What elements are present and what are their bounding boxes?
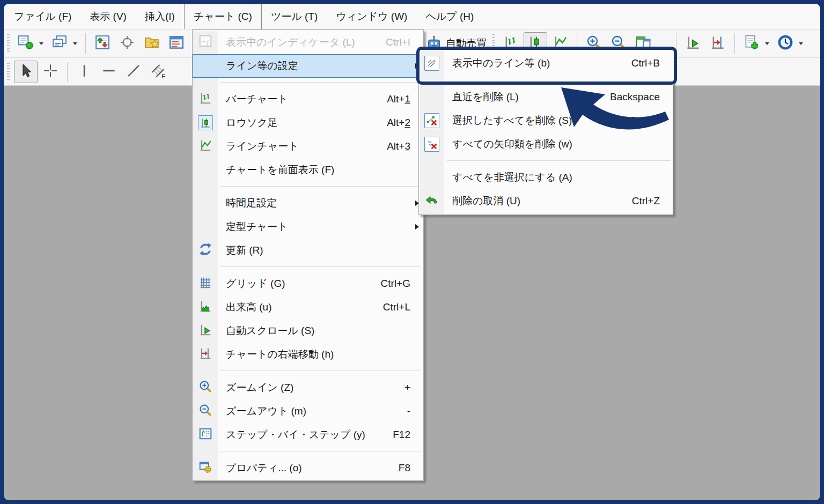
menubar-item-help[interactable]: ヘルプ (H) bbox=[416, 4, 483, 29]
volume-icon bbox=[198, 299, 212, 316]
objects-list-icon bbox=[424, 56, 439, 71]
menu-separator bbox=[193, 78, 423, 87]
trendline-button[interactable] bbox=[122, 61, 145, 83]
menu-item-icon-cell bbox=[193, 299, 218, 316]
periods-button[interactable] bbox=[774, 32, 797, 55]
menu-item-step-by-step[interactable]: ステップ・バイ・ステップ (y)F12 bbox=[193, 423, 423, 447]
menu-item-shortcut: Alt+2 bbox=[387, 117, 410, 129]
menubar-item-file[interactable]: ファイル (F) bbox=[5, 4, 80, 29]
navigator-button[interactable] bbox=[140, 32, 164, 55]
menu-item-zoom-in[interactable]: ズームイン (Z)+ bbox=[193, 376, 423, 399]
cursor-icon bbox=[18, 63, 34, 81]
crosshair-button[interactable] bbox=[39, 61, 62, 83]
terminal-button[interactable] bbox=[165, 32, 188, 55]
menu-item-shortcut: F12 bbox=[393, 429, 410, 441]
menu-item-zoom-out[interactable]: ズームアウト (m)- bbox=[193, 399, 423, 423]
menu-item-icon-cell bbox=[193, 91, 218, 108]
toolbar-separator bbox=[676, 33, 676, 54]
equidistant-channel-button[interactable]: E bbox=[146, 61, 170, 83]
menu-item-label: 自動スクロール (S) bbox=[226, 324, 423, 338]
menu-item-label: 表示中のインディケータ (L) bbox=[226, 35, 386, 49]
menu-item-volumes[interactable]: 出来高 (u)Ctrl+L bbox=[193, 295, 423, 319]
chart-shift-button[interactable] bbox=[706, 32, 730, 55]
menu-item-properties[interactable]: プロパティ... (o)F8 bbox=[193, 456, 423, 480]
menu-item-grid[interactable]: グリッド (G)Ctrl+G bbox=[193, 272, 423, 295]
toolbar-grip[interactable] bbox=[7, 34, 10, 53]
menubar-item-chart[interactable]: チャート (C) bbox=[184, 4, 262, 29]
menu-item-icon-cell bbox=[419, 193, 444, 210]
submenu-item-objects-list[interactable]: 表示中のライン等 (b)Ctrl+B bbox=[419, 51, 673, 75]
menu-item-shortcut: Ctrl+I bbox=[386, 36, 410, 48]
menu-item-timeframes[interactable]: 時間足設定 bbox=[193, 191, 423, 215]
menu-item-shortcut: Alt+3 bbox=[387, 140, 410, 152]
menu-item-label: プロパティ... (o) bbox=[226, 461, 399, 475]
cursor-button[interactable] bbox=[14, 61, 38, 83]
menubar-item-insert[interactable]: 挿入(I) bbox=[136, 4, 184, 29]
submenu-item-unselect-all[interactable]: すべてを非選択にする (A) bbox=[419, 166, 673, 189]
toolbar-separator bbox=[734, 33, 735, 54]
submenu-item-undo-delete[interactable]: 削除の取消 (U)Ctrl+Z bbox=[419, 189, 673, 213]
menu-item-line-settings[interactable]: ライン等の設定 bbox=[193, 54, 423, 78]
menu-item-icon-cell bbox=[193, 346, 218, 363]
step-by-step-icon bbox=[198, 427, 212, 443]
menu-separator bbox=[419, 156, 673, 166]
undo-icon bbox=[425, 193, 439, 210]
menu-item-auto-scroll[interactable]: 自動スクロール (S) bbox=[193, 319, 423, 343]
menu-item-refresh[interactable]: 更新 (R) bbox=[193, 239, 423, 262]
menu-item-chart-foreground[interactable]: チャートを前面表示 (F) bbox=[193, 158, 423, 182]
menu-item-candlesticks[interactable]: ロウソク足Alt+2 bbox=[193, 111, 423, 135]
menu-item-chart-shift[interactable]: チャートの右端移動 (h) bbox=[193, 343, 423, 366]
menu-bar: ファイル (F)表示 (V)挿入(I)チャート (C)ツール (T)ウィンドウ … bbox=[4, 4, 820, 29]
menubar-item-window[interactable]: ウィンドウ (W) bbox=[327, 4, 416, 29]
dropdown-caret-icon[interactable] bbox=[73, 42, 77, 45]
menu-item-shortcut: Ctrl+B bbox=[631, 57, 660, 69]
chart-profiles-button[interactable] bbox=[48, 32, 71, 55]
bar-chart-icon bbox=[198, 91, 212, 108]
menu-item-label: グリッド (G) bbox=[226, 277, 381, 291]
menu-item-shortcut: Ctrl+L bbox=[383, 301, 410, 313]
svg-text:E: E bbox=[161, 72, 165, 78]
line-settings-submenu-popup: 表示中のライン等 (b)Ctrl+B直近を削除 (L)Backspace選択した… bbox=[418, 47, 673, 215]
vertical-line-button[interactable] bbox=[72, 61, 96, 83]
menu-item-indicators: f表示中のインディケータ (L)Ctrl+I bbox=[193, 31, 423, 54]
new-order-icon bbox=[744, 34, 760, 53]
auto-scroll-button[interactable] bbox=[681, 32, 705, 55]
equidistant-channel-icon: E bbox=[150, 63, 166, 81]
line-chart-icon bbox=[198, 138, 212, 155]
auto-scroll-icon bbox=[685, 34, 701, 53]
menu-item-icon-cell bbox=[193, 323, 218, 339]
dropdown-caret-icon[interactable] bbox=[799, 42, 803, 45]
indicators-list-icon: f bbox=[198, 34, 212, 51]
dropdown-caret-icon[interactable] bbox=[39, 42, 43, 45]
menu-separator bbox=[193, 182, 423, 191]
submenu-item-delete-last[interactable]: 直近を削除 (L)Backspace bbox=[419, 85, 673, 109]
trendline-icon bbox=[126, 63, 142, 81]
chart-shift-icon bbox=[198, 346, 212, 363]
menu-item-line-chart[interactable]: ラインチャートAlt+3 bbox=[193, 135, 423, 158]
new-order-button[interactable] bbox=[740, 32, 763, 55]
market-watch-button[interactable] bbox=[91, 32, 114, 55]
toolbar-grip[interactable] bbox=[7, 63, 10, 81]
menu-item-shortcut: - bbox=[407, 405, 410, 417]
submenu-item-delete-selected[interactable]: 選択したすべてを削除 (S)Delete bbox=[419, 109, 673, 132]
menu-item-icon-cell bbox=[419, 56, 444, 71]
delete-arrows-icon bbox=[424, 137, 439, 152]
menu-item-label: チャートを前面表示 (F) bbox=[226, 163, 423, 177]
menu-item-label: 定型チャート bbox=[226, 220, 423, 234]
horizontal-line-button[interactable] bbox=[97, 61, 121, 83]
new-chart-button[interactable] bbox=[14, 32, 38, 55]
menubar-item-tools[interactable]: ツール (T) bbox=[262, 4, 327, 29]
menu-item-icon-cell: f bbox=[193, 34, 218, 51]
data-window-button[interactable] bbox=[115, 32, 139, 55]
submenu-item-delete-arrows[interactable]: すべての矢印類を削除 (w) bbox=[419, 132, 673, 156]
data-window-icon bbox=[119, 34, 135, 53]
menu-item-shortcut: Alt+1 bbox=[387, 93, 410, 105]
menu-separator bbox=[193, 447, 423, 456]
menu-item-bar-chart[interactable]: バーチャートAlt+1 bbox=[193, 87, 423, 111]
menu-item-templates[interactable]: 定型チャート bbox=[193, 215, 423, 239]
menu-item-label: ロウソク足 bbox=[226, 116, 387, 130]
dropdown-caret-icon[interactable] bbox=[765, 42, 769, 45]
menu-item-icon-cell bbox=[193, 403, 218, 420]
menubar-item-view[interactable]: 表示 (V) bbox=[80, 4, 136, 29]
menu-item-label: バーチャート bbox=[226, 92, 387, 106]
